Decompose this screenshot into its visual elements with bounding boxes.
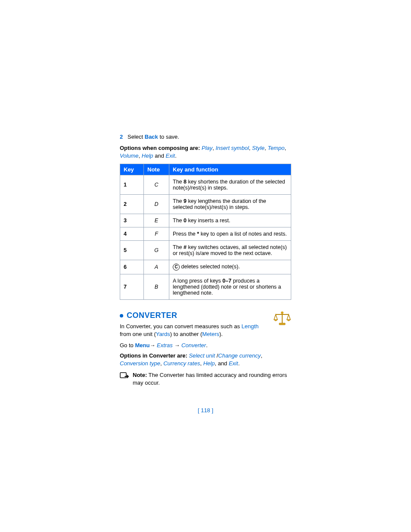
func-cell: A long press of keys 0–7 produces a leng…: [169, 274, 291, 300]
step-line: 2 Select Back to save.: [120, 134, 291, 140]
composing-options: Options when composing are: Play, Insert…: [120, 144, 291, 159]
converter-section: CONVERTER In Converter, you can convert …: [120, 311, 291, 342]
link-meters[interactable]: Meters: [202, 331, 219, 337]
func-cell: The 0 key inserts a rest.: [169, 214, 291, 227]
opt-currency-rates[interactable]: Currency rates: [163, 360, 200, 367]
table-row: 3 E The 0 key inserts a rest.: [120, 214, 291, 227]
extras-link[interactable]: Extras: [157, 342, 173, 348]
c-key-icon: C: [173, 264, 180, 271]
opt-play[interactable]: Play: [202, 145, 212, 151]
back-link[interactable]: Back: [145, 134, 158, 140]
func-cell: The 9 key lengthens the duration of the …: [169, 195, 291, 214]
opt-help[interactable]: Help: [142, 152, 153, 159]
table-row: 5 G The # key switches octaves, all sele…: [120, 241, 291, 260]
func-cell: The 8 key shortens the duration of the s…: [169, 175, 291, 195]
section-title: CONVERTER: [127, 311, 177, 320]
opt-conversion-type[interactable]: Conversion type: [120, 360, 160, 367]
section-header: CONVERTER: [120, 311, 270, 320]
bullet-icon: [120, 314, 123, 317]
opt-select-unit[interactable]: Select unit: [189, 352, 215, 359]
table-row: 2 D The 9 key lengthens the duration of …: [120, 195, 291, 214]
svg-point-2: [281, 311, 283, 314]
step-number: 2: [120, 134, 128, 140]
key-function-table: Key Note Key and function 1 C The 8 key …: [120, 164, 291, 300]
goto-nav: Go to Menu→ Extras → Converter.: [120, 342, 291, 348]
th-key: Key: [120, 164, 144, 175]
opt-exit-2[interactable]: Exit: [229, 360, 238, 367]
opt-help-2[interactable]: Help: [203, 360, 215, 367]
opt-style[interactable]: Style: [252, 145, 265, 151]
svg-rect-4: [120, 373, 126, 378]
link-yards[interactable]: Yards: [156, 331, 170, 337]
svg-rect-3: [279, 323, 285, 325]
table-row: 6 A C deletes selected note(s).: [120, 260, 291, 274]
note-callout: Note: The Converter has limited accuracy…: [120, 371, 291, 386]
table-header-row: Key Note Key and function: [120, 164, 291, 175]
table-row: 4 F Press the * key to open a list of no…: [120, 227, 291, 241]
converter-link[interactable]: Converter: [181, 342, 206, 348]
note-text: Note: The Converter has limited accuracy…: [133, 371, 291, 386]
func-cell: The # key switches octaves, all selected…: [169, 241, 291, 260]
note-icon: [120, 372, 129, 381]
table-row: 1 C The 8 key shortens the duration of t…: [120, 175, 291, 195]
func-cell: C deletes selected note(s).: [169, 260, 291, 274]
balance-scale-icon: [273, 311, 291, 326]
menu-link[interactable]: Menu: [135, 342, 149, 348]
th-function: Key and function: [169, 164, 291, 175]
opt-volume[interactable]: Volume: [120, 152, 139, 159]
opt-change-currency[interactable]: Change currency: [218, 352, 261, 359]
opt-insert-symbol[interactable]: Insert symbol: [216, 145, 249, 151]
th-note: Note: [144, 164, 169, 175]
page-number: [ 118 ]: [120, 407, 291, 414]
link-length[interactable]: Length: [242, 323, 259, 330]
converter-desc: In Converter, you can convert measures s…: [120, 323, 270, 338]
opt-exit[interactable]: Exit: [166, 152, 175, 159]
step-text: Select Back to save.: [128, 134, 179, 140]
opt-tempo[interactable]: Tempo: [268, 145, 284, 151]
table-row: 7 B A long press of keys 0–7 produces a …: [120, 274, 291, 300]
converter-options: Options in Converter are: Select unit /C…: [120, 352, 291, 367]
func-cell: Press the * key to open a list of notes …: [169, 227, 291, 241]
